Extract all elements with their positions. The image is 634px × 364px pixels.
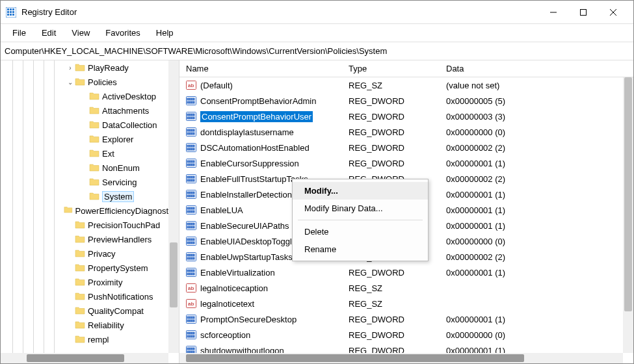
folder-icon [89,191,99,202]
close-button[interactable] [598,1,628,24]
list-header[interactable]: Name Type Data [179,60,633,77]
svg-rect-48 [187,148,189,150]
svg-rect-51 [193,148,194,150]
svg-rect-56 [193,161,194,162]
list-vertical-scrollbar[interactable] [623,77,633,353]
tree-item-propertysystem[interactable]: PropertySystem [1,261,179,275]
tree-pane[interactable]: ›PlayReady⌄PoliciesActiveDesktopAttachme… [1,60,179,363]
tree-item-pushnotifications[interactable]: PushNotifications [1,289,179,304]
scrollbar-thumb[interactable] [186,354,524,362]
value-row[interactable]: ablegalnoticecaptionREG_SZ [179,280,623,296]
tree-item-rempl[interactable]: rempl [1,332,179,346]
scrollbar-thumb[interactable] [27,354,124,362]
tree-item-explorer[interactable]: Explorer [1,132,179,146]
menu-favorites[interactable]: Favorites [98,25,148,40]
value-data: 0x00000001 (1) [440,159,623,168]
scrollbar-thumb[interactable] [170,242,178,307]
context-menu[interactable]: Modify...Modify Binary Data...DeleteRena… [292,179,429,261]
tree-vertical-scrollbar[interactable] [168,60,179,353]
value-row[interactable]: dontdisplaylastusernameREG_DWORD0x000000… [179,124,623,140]
tree-item-playready[interactable]: ›PlayReady [1,60,179,75]
value-name: dontdisplaylastusername [200,127,294,137]
svg-rect-43 [187,144,196,152]
tree-horizontal-scrollbar[interactable] [1,353,168,363]
menu-file[interactable]: File [5,25,34,40]
value-data: 0x00000002 (2) [440,174,623,184]
context-menu-modify[interactable]: Modify... [293,182,428,200]
svg-rect-112 [189,257,191,259]
content-area: ›PlayReady⌄PoliciesActiveDesktopAttachme… [1,60,633,363]
menu-edit[interactable]: Edit [34,25,64,40]
column-header-type[interactable]: Type [342,64,440,73]
tree-item-label: PrecisionTouchPad [88,220,160,230]
maximize-button[interactable] [568,1,598,24]
value-name: legalnoticetext [200,299,254,309]
folder-icon [75,291,85,302]
list-horizontal-scrollbar[interactable] [179,353,623,363]
value-row[interactable]: shutdownwithoutlogonREG_DWORD0x00000001 … [179,343,623,353]
tree-item-privacy[interactable]: Privacy [1,246,179,261]
context-menu-rename[interactable]: Rename [293,240,428,258]
tree-item-activedesktop[interactable]: ActiveDesktop [1,89,179,103]
tree-item-policies[interactable]: ⌄Policies [1,75,179,89]
svg-rect-111 [187,257,189,259]
column-header-data[interactable]: Data [440,64,633,73]
svg-rect-82 [191,207,192,209]
svg-rect-136 [193,320,194,322]
value-row[interactable]: EnableCursorSuppressionREG_DWORD0x000000… [179,155,623,171]
value-row[interactable]: ab(Default)REG_SZ(value not set) [179,77,623,93]
tree-item-datacollection[interactable]: DataCollection [1,118,179,132]
value-data: 0x00000000 (0) [440,330,623,340]
svg-rect-122 [191,273,192,275]
value-row[interactable]: scforceoptionREG_DWORD0x00000000 (0) [179,327,623,343]
svg-rect-9 [12,14,14,16]
svg-rect-86 [191,211,192,213]
value-row[interactable]: ConsentPromptBehaviorAdminREG_DWORD0x000… [179,93,623,109]
value-name: EnableUIADesktopToggle [200,237,297,246]
value-name: ConsentPromptBehaviorUser [200,111,313,122]
address-bar[interactable]: Computer\HKEY_LOCAL_MACHINE\SOFTWARE\Mic… [1,42,633,60]
svg-rect-37 [191,129,192,131]
tree-item-precisiontouchpad[interactable]: PrecisionTouchPad [1,218,179,232]
tree-item-powerefficiencydiagnostics[interactable]: PowerEfficiencyDiagnostics [1,203,179,218]
context-menu-delete[interactable]: Delete [293,223,428,240]
minimize-button[interactable] [538,1,568,24]
titlebar[interactable]: Registry Editor [1,1,633,24]
value-row[interactable]: EnableVirtualizationREG_DWORD0x00000001 … [179,265,623,280]
svg-rect-84 [187,211,189,213]
value-row[interactable]: DSCAutomationHostEnabledREG_DWORD0x00000… [179,140,623,155]
svg-rect-42 [193,133,194,135]
context-menu-modify-binary-data[interactable]: Modify Binary Data... [293,200,428,217]
tree-item-servicing[interactable]: Servicing [1,175,179,189]
menu-view[interactable]: View [64,25,98,40]
tree-item-reliability[interactable]: Reliability [1,318,179,332]
svg-rect-132 [193,317,194,318]
svg-rect-67 [189,179,191,181]
value-name: PromptOnSecureDesktop [200,315,297,324]
svg-rect-118 [191,270,192,272]
tree-item-attachments[interactable]: Attachments [1,103,179,118]
svg-rect-83 [193,207,194,209]
svg-rect-71 [187,192,189,194]
tree-item-system[interactable]: System [1,189,179,203]
tree-item-qualitycompat[interactable]: QualityCompat [1,304,179,318]
folder-icon [89,134,99,144]
menu-help[interactable]: Help [148,25,181,40]
chevron-down-icon[interactable]: ⌄ [66,79,75,86]
column-header-name[interactable]: Name [179,64,342,73]
scrollbar-thumb[interactable] [624,77,632,311]
value-row[interactable]: ablegalnoticetextREG_SZ [179,296,623,311]
value-name: scforceoption [200,330,250,340]
tree-item-previewhandlers[interactable]: PreviewHandlers [1,232,179,246]
value-type: REG_DWORD [342,315,440,324]
chevron-right-icon[interactable]: › [66,64,75,72]
tree-item-ext[interactable]: Ext [1,146,179,161]
tree-item-proximity[interactable]: Proximity [1,275,179,289]
tree-item-nonenum[interactable]: NonEnum [1,161,179,175]
svg-text:ab: ab [188,285,194,291]
svg-rect-130 [189,317,191,318]
value-row[interactable]: ConsentPromptBehaviorUserREG_DWORD0x0000… [179,109,623,124]
value-row[interactable]: PromptOnSecureDesktopREG_DWORD0x00000001… [179,311,623,327]
dword-value-icon [186,127,196,137]
svg-rect-38 [193,129,194,131]
